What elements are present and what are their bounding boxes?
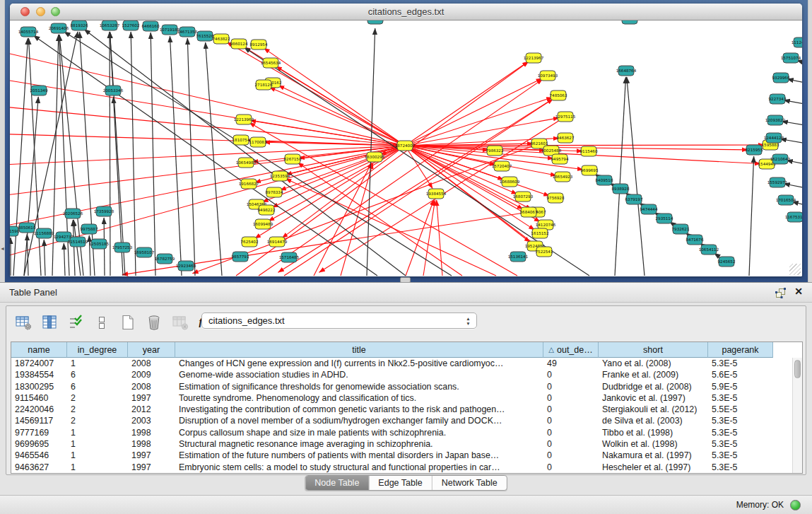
cell-short[interactable]: Franke et al. (2009) <box>599 369 708 380</box>
close-panel-icon[interactable]: ✕ <box>794 286 803 297</box>
cell-in_degree[interactable]: 1 <box>67 438 128 450</box>
cell-out_de[interactable]: 0 <box>543 427 599 438</box>
cell-pagerank[interactable]: 5.6E-5 <box>708 369 773 380</box>
graph-node[interactable]: 12213967 <box>524 53 544 63</box>
cell-year[interactable]: 2009 <box>128 369 175 380</box>
cell-name[interactable]: 18300295 <box>11 381 67 392</box>
citation-edge-red[interactable] <box>269 88 405 146</box>
cell-year[interactable]: 1998 <box>128 438 175 450</box>
graph-node[interactable]: 2718126 <box>255 80 273 90</box>
table-selector-dropdown[interactable]: citations_edges.txt ▲▼ <box>201 313 477 329</box>
citation-edge-red[interactable] <box>405 62 529 146</box>
cell-in_degree[interactable]: 1 <box>67 462 128 473</box>
table-row[interactable]: 1872400712008Changes of HCN gene express… <box>11 358 802 369</box>
graph-node[interactable]: 8267150 <box>284 154 302 164</box>
cell-pagerank[interactable]: 5.3E-5 <box>708 462 773 473</box>
citation-edge-black[interactable] <box>187 38 195 276</box>
graph-node[interactable]: 20206526 <box>63 209 83 218</box>
cell-in_degree[interactable]: 1 <box>67 358 128 369</box>
cell-year[interactable]: 1997 <box>128 450 175 461</box>
graph-node[interactable]: 20053346 <box>103 86 124 95</box>
cell-name[interactable]: 18724007 <box>11 358 67 369</box>
graph-node[interactable]: 7986322 <box>486 146 504 156</box>
graph-node[interactable]: 12213963 <box>234 115 254 124</box>
graph-node[interactable]: 1527602 <box>122 21 140 30</box>
cell-short[interactable]: Hescheler et al. (1997) <box>599 462 708 473</box>
cell-title[interactable]: Investigating the contribution of common… <box>175 404 543 415</box>
citation-edge-red[interactable] <box>284 99 553 276</box>
resize-grip[interactable] <box>789 264 801 275</box>
cell-short[interactable]: Wolkin et al. (1998) <box>599 438 708 450</box>
table-row[interactable]: 977716911998Corpus callosum shape and si… <box>11 427 802 438</box>
graph-node[interactable]: 8819326 <box>71 21 88 30</box>
graph-node[interactable]: 12444128 <box>764 133 784 143</box>
graph-node[interactable]: 8409518 <box>596 175 613 185</box>
graph-node[interactable]: 7485063 <box>550 90 567 100</box>
graph-node[interactable]: 16782759 <box>155 254 175 264</box>
cell-in_degree[interactable]: 1 <box>67 450 128 461</box>
graph-node[interactable]: 8938928 <box>612 184 630 194</box>
graph-node[interactable]: 10654112 <box>699 245 719 255</box>
table-row[interactable]: 969969511998Structural magnetic resonanc… <box>11 438 802 450</box>
graph-node[interactable]: 2051349 <box>30 86 48 95</box>
citation-edge-black[interactable] <box>627 77 645 276</box>
cell-year[interactable]: 2008 <box>128 381 175 392</box>
vertical-scrollbar[interactable] <box>792 358 802 473</box>
citation-edge-black[interactable] <box>110 32 110 276</box>
citation-edge-black[interactable] <box>784 100 802 104</box>
tab-network-table[interactable]: Network Table <box>432 476 507 490</box>
graph-node[interactable]: 3684067 <box>520 207 538 217</box>
citation-edge-black[interactable] <box>28 38 41 276</box>
cell-short[interactable]: Jankovic et al. (1997) <box>599 392 708 404</box>
graph-node[interactable]: 17359928 <box>94 206 114 216</box>
cell-in_degree[interactable]: 6 <box>67 381 128 392</box>
table-row[interactable]: 946554611997Estimation of the future num… <box>11 450 802 461</box>
cell-title[interactable]: Structural magnetic resonance image aver… <box>175 438 543 450</box>
column-header-pagerank[interactable]: pagerank <box>708 342 773 358</box>
graph-node[interactable]: 16807293 <box>513 192 534 201</box>
graph-node[interactable]: 11124702 <box>792 37 802 47</box>
cell-out_de[interactable]: 0 <box>543 369 599 380</box>
cell-name[interactable]: 9465546 <box>11 450 67 461</box>
graph-node[interactable]: 10688609 <box>500 177 520 187</box>
cell-in_degree[interactable]: 6 <box>67 369 128 380</box>
cell-name[interactable]: 9115460 <box>11 392 67 404</box>
graph-node[interactable]: 14055714 <box>18 27 39 37</box>
graph-node[interactable]: 10973493 <box>538 71 558 81</box>
cell-title[interactable]: Estimation of the future numbers of pati… <box>175 450 543 461</box>
citation-edge-black[interactable] <box>151 33 155 276</box>
cell-title[interactable]: Tourette syndrome. Phenomenology and cla… <box>175 392 543 404</box>
cell-year[interactable]: 1998 <box>128 427 175 438</box>
citation-edge-red[interactable] <box>227 42 405 146</box>
cell-short[interactable]: de Silva et al. (2003) <box>599 415 708 426</box>
graph-node[interactable]: 9860124 <box>230 39 248 49</box>
graph-node[interactable]: 16648764 <box>616 66 637 76</box>
column-header-title[interactable]: title <box>175 342 543 358</box>
citation-edge-red[interactable] <box>264 48 405 146</box>
cell-in_degree[interactable]: 2 <box>67 404 128 415</box>
column-header-short[interactable]: short <box>599 342 708 358</box>
graph-node[interactable]: 6466160 <box>142 21 160 31</box>
citation-edge-black[interactable] <box>615 77 626 276</box>
graph-node[interactable]: 2087652 <box>621 21 639 24</box>
citation-edge-black[interactable] <box>749 156 754 276</box>
tab-node-table[interactable]: Node Table <box>305 476 368 490</box>
cell-short[interactable]: Nakamura et al. (1997) <box>599 450 708 461</box>
cell-name[interactable]: 19384554 <box>11 369 67 380</box>
graph-node[interactable]: 8813054 <box>367 21 384 24</box>
graph-node[interactable]: 19166827 <box>239 179 259 189</box>
network-canvas[interactable]: 1405571420691406881932610653287152760264… <box>10 21 802 276</box>
graph-node[interactable]: 8978334 <box>266 187 283 197</box>
graph-node[interactable]: 17016504 <box>776 195 796 205</box>
graph-node[interactable]: 10654983 <box>236 158 257 168</box>
graph-node[interactable]: 12975115 <box>555 112 576 122</box>
cell-title[interactable]: Estimation of significance thresholds fo… <box>175 381 543 392</box>
cell-title[interactable]: Corpus callosum shape and size in male p… <box>175 427 543 438</box>
citation-edge-red[interactable] <box>10 146 405 197</box>
cell-name[interactable]: 22420046 <box>11 404 67 415</box>
citation-edge-black[interactable] <box>206 42 222 276</box>
graph-node[interactable]: 7932621 <box>672 224 690 234</box>
citation-edge-black[interactable] <box>27 234 28 276</box>
graph-node[interactable]: 9699695 <box>581 165 599 175</box>
table-settings-button[interactable] <box>13 313 33 332</box>
